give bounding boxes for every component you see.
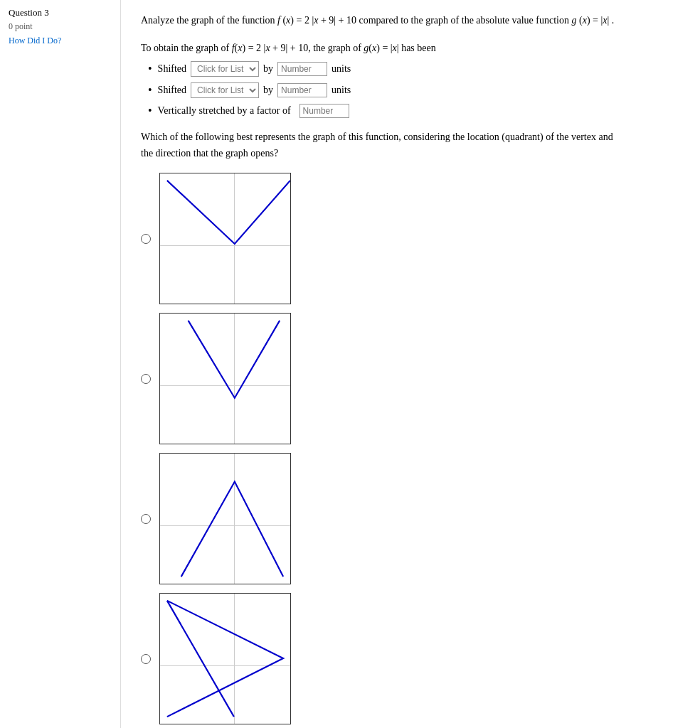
problem-statement: Analyze the graph of the function f (x) … [141, 13, 653, 28]
radio-4[interactable] [141, 654, 151, 664]
graph-svg-4 [160, 594, 290, 724]
bullet-item-1: Shifted Click for List left right up dow… [148, 61, 680, 77]
bullet2-word: Shifted [158, 85, 186, 96]
which-text: Which of the following best represents t… [141, 129, 625, 161]
bullet1-by: by [263, 63, 273, 75]
graph-option-1 [141, 173, 680, 304]
graph-options [141, 173, 680, 724]
main-content: Analyze the graph of the function f (x) … [121, 0, 700, 728]
graph-option-3 [141, 453, 680, 584]
transformation-list: Shifted Click for List left right up dow… [141, 61, 680, 118]
radio-2[interactable] [141, 374, 151, 384]
bullet2-number[interactable] [277, 83, 327, 97]
bullet1-word: Shifted [158, 63, 186, 75]
graph-svg-2 [160, 314, 290, 444]
graph-box-4 [159, 593, 291, 724]
graph-box-1 [159, 173, 291, 304]
question-label: Question 3 [9, 7, 112, 18]
bullet3-word: Vertically stretched by a factor of [158, 105, 291, 117]
sidebar: Question 3 0 point How Did I Do? [0, 0, 121, 728]
graph-box-3 [159, 453, 291, 584]
graph-svg-1 [160, 173, 290, 304]
bullet-item-2: Shifted Click for List left right up dow… [148, 82, 680, 98]
bullet2-units: units [332, 85, 351, 96]
graph-box-2 [159, 313, 291, 444]
graph-option-2 [141, 313, 680, 444]
radio-1[interactable] [141, 234, 151, 244]
points-label: 0 point [9, 21, 112, 32]
radio-3[interactable] [141, 514, 151, 524]
bullet1-number[interactable] [277, 62, 327, 76]
bullet1-direction-dropdown[interactable]: Click for List left right up down [191, 61, 259, 77]
bullet2-direction-dropdown[interactable]: Click for List left right up down [191, 82, 259, 98]
how-did-link[interactable]: How Did I Do? [9, 36, 61, 46]
obtain-text: To obtain the graph of f(x) = 2 |x + 9| … [141, 43, 680, 54]
bullet-item-3: Vertically stretched by a factor of [148, 104, 680, 118]
bullet3-number[interactable] [299, 104, 349, 118]
bullet1-units: units [332, 63, 351, 75]
bullet2-by: by [263, 85, 273, 96]
graph-option-4 [141, 593, 680, 724]
graph-svg-3 [160, 454, 290, 584]
